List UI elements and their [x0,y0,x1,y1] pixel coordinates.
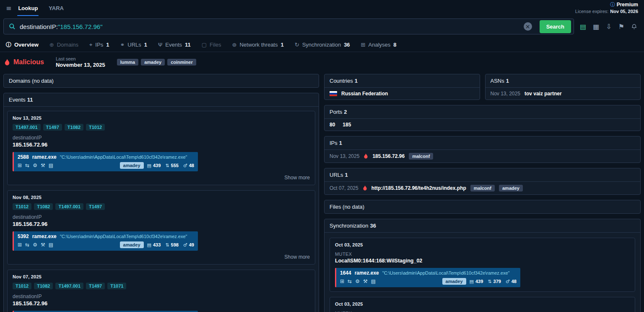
technique-chip[interactable]: T1497.001 [13,124,41,131]
url-row[interactable]: Oct 07, 2025 http://185.156.72.96/te4h2n… [325,181,640,194]
process-tag-chip[interactable]: amadey [442,278,466,285]
search-history-icon[interactable]: ▤ [580,23,586,31]
process-tag-chip[interactable]: amadey [120,162,144,169]
url-tag-chip[interactable]: amadey [499,185,523,191]
notifications-bell-icon[interactable] [631,23,637,30]
details-icon[interactable]: ▤ [371,278,376,284]
asn-row[interactable]: Nov 13, 2025 tov vaiz partner [486,87,641,100]
search-button[interactable]: Search [540,20,571,33]
process-actions: ⊞⇆⚙⚒▤ [340,278,376,284]
process-name: ramez.exe [32,233,57,239]
tab-ips[interactable]: ⌖IPs1 [89,42,109,48]
event-card: Nov 07, 2025T1012T1082T1497.001T1497T107… [7,270,315,312]
process-row[interactable]: 5392ramez.exe"C:\Users\admin\AppData\Loc… [13,231,198,251]
premium-info-icon[interactable]: ⓘ [610,2,615,8]
window-icon[interactable]: ⊞ [340,278,344,284]
event-date: Nov 07, 2025 [13,274,310,279]
window-icon[interactable]: ⊞ [18,242,22,248]
url-tag-chip[interactable]: malconf [470,185,495,191]
calendar-icon[interactable]: ▦ [593,23,599,31]
tab-domains[interactable]: ⊕Domains [49,42,78,48]
process-count: ♂48 [506,279,517,284]
technique-chip[interactable]: T1497 [86,203,105,210]
process-row[interactable]: 2588ramez.exe"C:\Users\admin\AppData\Loc… [13,152,198,171]
link-icon: ⚭ [120,42,125,48]
tools-icon[interactable]: ⚒ [41,242,45,248]
analyses-icon: ⊞ [361,42,366,48]
pin-icon: ⌖ [89,42,92,48]
country-row[interactable]: Russian Federation [325,87,480,100]
tab-overview[interactable]: ⓘOverview [6,41,39,49]
details-icon[interactable]: ▤ [49,242,53,248]
file-icon: ▢ [202,42,207,48]
sync-card-list: Oct 03, 2025MUTEXLocal\SM0:1644:168:WilS… [325,232,640,312]
event-field-label: destinationIP [13,294,310,299]
tab-files[interactable]: ▢Files [202,42,221,48]
show-more-link[interactable]: Show more [13,175,310,181]
connections-icon: ⇅ [165,242,169,248]
technique-chip[interactable]: T1082 [34,283,53,289]
license-value: Nov 05, 2026 [610,9,638,14]
tab-label: Files [210,42,221,48]
technique-chip[interactable]: T1012 [86,124,105,131]
countries-count: 1 [355,78,358,84]
ip-tag-chip[interactable]: malconf [409,153,433,160]
technique-chip[interactable]: T1497.001 [55,203,83,210]
process-counts: ▤433⇅598♂49 [147,242,194,248]
technique-chip[interactable]: T1012 [13,203,31,210]
license-block: ⓘ Premium License expires:Nov 05, 2026 [575,1,638,15]
technique-chip[interactable]: T1082 [34,203,53,210]
network-threats-icon: ⊚ [232,42,237,48]
count-value: 439 [475,279,483,284]
verdict-tag-chip[interactable]: amadey [141,59,165,66]
port-value[interactable]: 80 [330,122,335,128]
ip-date: Nov 13, 2025 [330,153,359,159]
verdict-tag-chip[interactable]: coinminer [167,59,196,66]
clear-search-button[interactable]: × [524,22,532,31]
process-tag-chip[interactable]: amadey [120,241,144,248]
process-counts: ▤439⇅555♂48 [147,163,194,168]
bug-icon[interactable]: ⚙ [33,242,37,248]
bookmark-icon[interactable]: ⚑ [618,23,624,31]
process-row[interactable]: 1644ramez.exe"C:\Users\admin\AppData\Loc… [335,268,520,287]
technique-chip[interactable]: T1012 [13,283,31,289]
menu-icon[interactable]: ≡ [6,4,11,12]
process-count: ▤433 [147,242,161,248]
nav-lookup[interactable]: Lookup [17,0,39,16]
technique-chip[interactable]: T1497 [43,124,62,131]
download-icon[interactable]: ⇩ [606,23,611,31]
bug-icon[interactable]: ⚙ [355,278,360,284]
tab-network-threats[interactable]: ⊚Network threats1 [232,42,284,48]
details-icon[interactable]: ▤ [49,163,53,168]
restart-icon[interactable]: ⇆ [348,278,352,284]
nav-yara[interactable]: YARA [48,0,65,16]
technique-chip[interactable]: T1497.001 [55,283,83,289]
bug-icon[interactable]: ⚙ [33,163,37,168]
tools-icon[interactable]: ⚒ [41,163,45,168]
search-toolbar: ▤ ▦ ⇩ ⚑ [580,23,640,31]
restart-icon[interactable]: ⇆ [25,163,29,168]
process-count: ♂48 [183,163,194,168]
tools-icon[interactable]: ⚒ [363,278,368,284]
tab-synchronization[interactable]: ↻Synchronization36 [295,42,350,48]
tab-analyses[interactable]: ⊞Analyses8 [361,42,397,48]
ip-row[interactable]: Nov 13, 2025 185.156.72.96 malconf [325,149,640,163]
search-input[interactable]: destinationIP:"185.156.72.96" × Search [3,18,574,34]
url-value[interactable]: http://185.156.72.96/te4h2nus/index.php [371,185,466,191]
tab-urls[interactable]: ⚭URLs1 [120,42,147,48]
port-value[interactable]: 185 [343,122,351,128]
sync-type-label: MUTEX [335,252,630,257]
technique-chip[interactable]: T1497 [86,283,105,289]
files-icon: ▤ [147,163,151,168]
verdict-tag-chip[interactable]: lumma [117,59,138,66]
show-more-link[interactable]: Show more [13,254,310,260]
tab-label: Events [165,42,182,48]
restart-icon[interactable]: ⇆ [25,242,29,248]
malicious-flame-icon [363,185,367,191]
ip-value[interactable]: 185.156.72.96 [372,153,405,159]
technique-chip[interactable]: T1082 [65,124,83,131]
technique-chip[interactable]: T1071 [107,283,126,289]
tab-events[interactable]: ΨEvents11 [158,42,191,48]
window-icon[interactable]: ⊞ [18,163,22,168]
count-value: 433 [153,242,161,247]
